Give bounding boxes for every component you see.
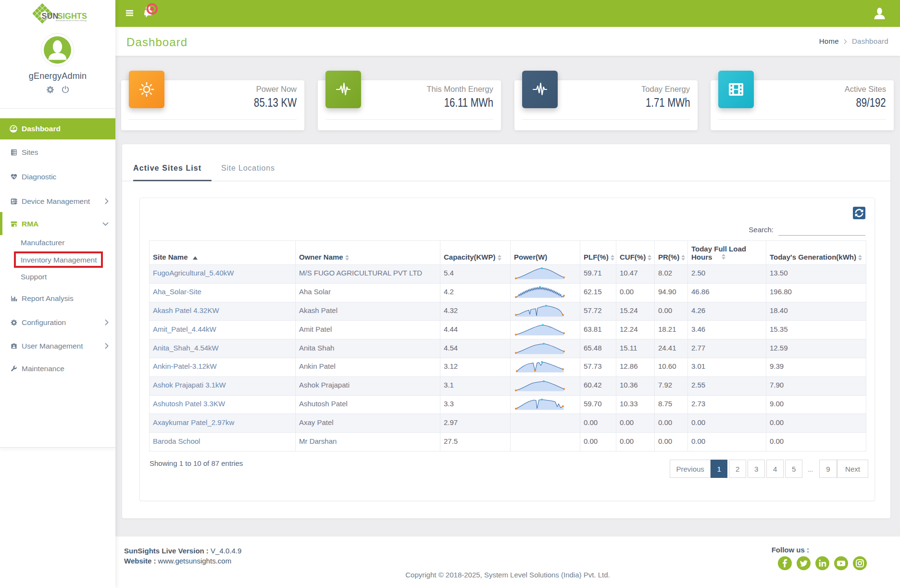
svg-text:SIGHTS: SIGHTS xyxy=(58,12,87,20)
svg-text:SUN: SUN xyxy=(42,12,59,20)
svg-text:A Sustainable and Secure Sourc: A Sustainable and Secure Source of Energ… xyxy=(56,19,87,22)
